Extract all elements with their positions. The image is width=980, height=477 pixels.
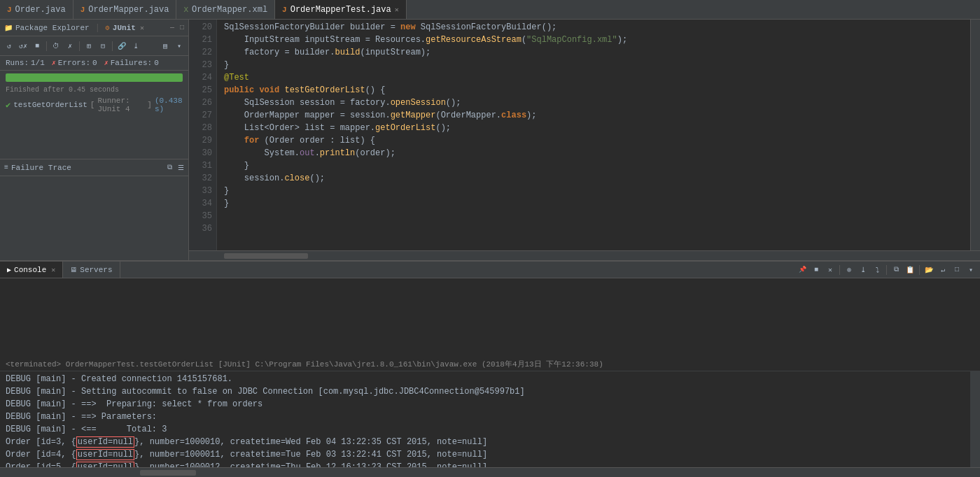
history-button[interactable]: ⏱: [50, 40, 62, 52]
console-output[interactable]: DEBUG [main] - Created connection 141515…: [0, 371, 970, 467]
tab-ordermapper-java[interactable]: J OrderMapper.java: [74, 0, 177, 19]
code-content[interactable]: SqlSessionFactoryBuilder builder = new S…: [217, 20, 970, 250]
line-number: 36: [189, 222, 212, 235]
failures-label: Failures:: [111, 59, 152, 67]
line-number: 21: [189, 34, 212, 46]
test-time: (0.438 s): [155, 97, 183, 113]
line-number: 25: [189, 84, 212, 97]
test-item[interactable]: ✔ testGetOrderList [ Runner: JUnit 4 ] (…: [0, 95, 188, 115]
tab-servers[interactable]: 🖥 Servers: [63, 262, 120, 278]
view-menu-button[interactable]: ▾: [173, 40, 186, 52]
console-copy-button[interactable]: ⧉: [890, 264, 902, 276]
console-paste-button[interactable]: 📋: [904, 264, 916, 276]
console-maximize-button[interactable]: □: [951, 264, 963, 276]
code-line: @Test: [224, 71, 970, 84]
layout-button[interactable]: ▤: [159, 40, 172, 52]
runs-value: 1/1: [31, 59, 45, 67]
servers-icon: 🖥: [70, 266, 77, 274]
horizontal-scrollbar[interactable]: [189, 250, 980, 260]
line-number: 24: [189, 71, 212, 84]
runs-label: Runs:: [6, 59, 29, 67]
code-line: OrderMapper mapper = session.getMapper(O…: [224, 109, 970, 122]
scroll-lock-button[interactable]: ⤓: [130, 40, 142, 52]
java-icon: J: [7, 6, 12, 14]
close-icon[interactable]: ✕: [395, 6, 399, 14]
junit-tab-label[interactable]: JUnit: [113, 24, 136, 32]
toolbar-separator: [46, 41, 47, 51]
tab-ordermapper-xml[interactable]: X OrderMapper.xml: [176, 0, 275, 19]
collapse-all-button[interactable]: ⊟: [97, 40, 109, 52]
minimize-icon[interactable]: —: [170, 24, 174, 31]
line-number: 27: [189, 109, 212, 122]
junit-stats: Runs: 1/1 ✗ Errors: 0 ✗ Failures: 0: [0, 56, 188, 71]
failure-filter-icon[interactable]: ☰: [178, 164, 184, 172]
maximize-icon[interactable]: □: [180, 24, 184, 31]
console-info-bar: <terminated> OrderMapperTest.testGetOrde…: [0, 357, 980, 371]
toolbar-sep3: [919, 265, 920, 275]
console-menu-button[interactable]: ▾: [965, 264, 977, 276]
stop-button[interactable]: ■: [31, 40, 43, 52]
servers-tab-label: Servers: [80, 266, 112, 274]
line-number: 34: [189, 197, 212, 210]
console-horizontal-scrollbar[interactable]: [0, 467, 980, 477]
test-runner-label: [: [90, 101, 95, 109]
test-runner-close: ]: [147, 101, 152, 109]
tab-ordermapper-xml-label: OrderMapper.xml: [192, 5, 267, 15]
link-editor-button[interactable]: 🔗: [115, 40, 128, 52]
package-explorer-icon: 📁: [4, 24, 13, 32]
show-failures-button[interactable]: ✗: [64, 40, 76, 52]
code-line: }: [224, 59, 970, 71]
console-vertical-scrollbar[interactable]: [970, 371, 980, 467]
failure-copy-icon[interactable]: ⧉: [167, 164, 172, 171]
code-line: for (Order order : list) {: [224, 134, 970, 147]
rerun-failed-button[interactable]: ↺✗: [17, 40, 29, 52]
java-icon: J: [282, 6, 287, 14]
console-wordwrap-button[interactable]: ↵: [937, 264, 949, 276]
console-scroll-end-button[interactable]: ⤵: [871, 264, 883, 276]
vertical-scrollbar[interactable]: [970, 20, 980, 250]
console-h-scroll-thumb[interactable]: [140, 470, 196, 476]
highlighted-text: userId=null: [76, 462, 134, 467]
tab-ordermapper-java-label: OrderMapper.java: [88, 5, 169, 15]
console-clear-button[interactable]: ⊗: [843, 264, 855, 276]
tab-order-java[interactable]: J Order.java: [0, 0, 74, 19]
console-open-file-button[interactable]: 📂: [923, 264, 935, 276]
console-icon: ▶: [7, 266, 11, 274]
console-pin-button[interactable]: 📌: [796, 264, 808, 276]
code-line: List<Order> list = mapper.getOrderList()…: [224, 122, 970, 134]
error-icon: ✗: [52, 59, 56, 67]
expand-all-button[interactable]: ⊞: [83, 40, 95, 52]
tab-console[interactable]: ▶ Console ✕: [0, 262, 63, 278]
console-close-icon[interactable]: ✕: [51, 266, 55, 274]
console-tab-bar-wrapper: ▶ Console ✕ 🖥 Servers 📌 ■ ✕ ⊗ ⤓ ⤵ ⧉ 📋: [0, 262, 980, 357]
code-line: SqlSession session = factory.openSession…: [224, 97, 970, 109]
console-scroll-lock-button[interactable]: ⤓: [857, 264, 869, 276]
line-number: 33: [189, 185, 212, 197]
package-explorer-label[interactable]: Package Explorer: [15, 24, 90, 32]
console-tab-bar: ▶ Console ✕ 🖥 Servers 📌 ■ ✕ ⊗ ⤓ ⤵ ⧉ 📋: [0, 262, 980, 278]
rerun-button[interactable]: ↺: [3, 40, 15, 52]
console-panel: ▶ Console ✕ 🖥 Servers 📌 ■ ✕ ⊗ ⤓ ⤵ ⧉ 📋: [0, 260, 980, 477]
toolbar-sep2: [886, 265, 887, 275]
line-number: 28: [189, 122, 212, 134]
tab-ordermappertest-java[interactable]: J OrderMapperTest.java ✕: [275, 0, 407, 19]
test-item-label: testGetOrderList: [13, 101, 88, 109]
line-number: 20: [189, 21, 212, 34]
console-stop-button[interactable]: ■: [810, 264, 822, 276]
h-scroll-thumb[interactable]: [224, 253, 308, 259]
line-number: 22: [189, 46, 212, 59]
line-number: 26: [189, 97, 212, 109]
line-number: 31: [189, 159, 212, 172]
tab-order-java-label: Order.java: [15, 5, 66, 15]
code-line: }: [224, 159, 970, 172]
main-area: 📁 Package Explorer | ⚙ JUnit ✕ — □ ↺ ↺✗ …: [0, 20, 980, 260]
console-close-btn[interactable]: ✕: [824, 264, 836, 276]
code-line: session.close();: [224, 172, 970, 185]
failure-trace-panel: ≡ Failure Trace ⧉ ☰: [0, 159, 188, 260]
code-area: 2021222324252627282930313233343536 SqlSe…: [189, 20, 980, 250]
failure-trace-label: Failure Trace: [11, 164, 71, 172]
line-number: 30: [189, 147, 212, 159]
failure-trace-icon: ≡: [4, 164, 8, 171]
line-number: 35: [189, 210, 212, 222]
line-number: 23: [189, 59, 212, 71]
